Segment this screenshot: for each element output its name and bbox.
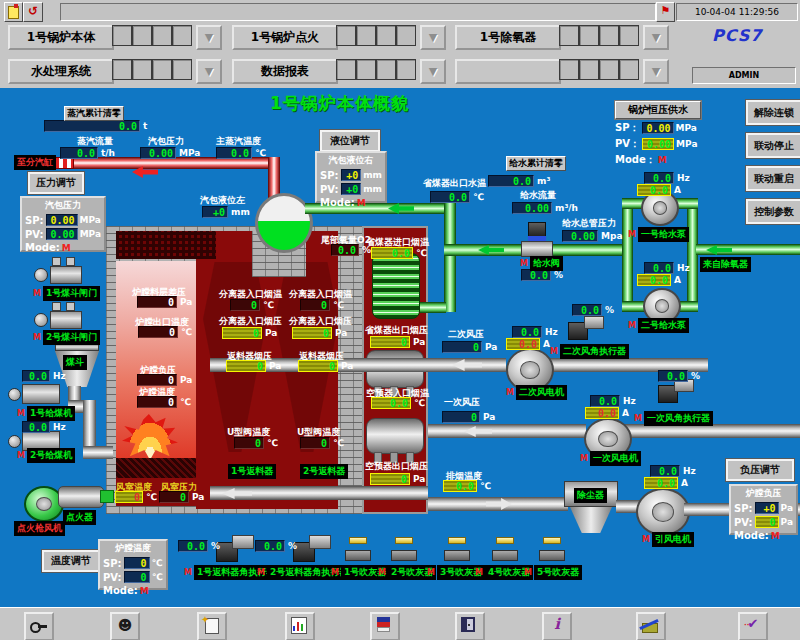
nav-arrow-5[interactable]: ▼ <box>420 59 446 84</box>
nav-arrow-2[interactable]: ▼ <box>420 25 446 50</box>
info-icon[interactable]: i <box>542 612 572 640</box>
pcs7-logo: PCS7 <box>712 26 762 45</box>
pressure-adjust-button[interactable]: 压力调节 <box>28 172 84 194</box>
value-drum-level-left-unit: mm <box>231 207 250 217</box>
steam-drum[interactable] <box>255 193 313 253</box>
level-adjust-button[interactable]: 液位调节 <box>320 130 380 152</box>
tag-id-fan-motor[interactable]: M引风电机 <box>642 532 694 547</box>
igniter-body[interactable] <box>58 486 104 508</box>
sootblower-3-icon[interactable] <box>444 550 470 561</box>
label-primary-air-pressure: 一次风压 <box>444 396 480 409</box>
sootblower-2-cap <box>395 537 413 544</box>
nav-arrow-1[interactable]: ▼ <box>196 25 222 50</box>
nav-arrow-4[interactable]: ▼ <box>196 59 222 84</box>
tag-sootblower-5[interactable]: M5号吹灰器 <box>524 565 582 580</box>
report-icon[interactable] <box>370 612 400 640</box>
sootblower-1-icon[interactable] <box>345 550 371 561</box>
value-separator-inlet-press-2-unit: Pa <box>335 328 347 338</box>
nav-arrow-6[interactable]: ▼ <box>643 59 669 84</box>
tag-secondary-fan-motor[interactable]: M二次风电机 <box>506 385 567 400</box>
value-u-valve-temp-2-box: 0 <box>300 437 330 449</box>
value-return-actuator2-pct: 0.0% <box>255 540 297 552</box>
value-windbox-pressure-unit: Pa <box>192 492 204 502</box>
nav-empty[interactable] <box>455 59 561 84</box>
sootblower-3-cap <box>448 537 466 544</box>
coal-gate-2-icon[interactable] <box>50 311 82 329</box>
alarm-cell <box>579 59 599 80</box>
redo-icon[interactable]: ↺ <box>23 2 43 22</box>
value-furnace-temp-box: 0 <box>137 396 177 408</box>
nav-boiler-ignition[interactable]: 1号锅炉点火 <box>232 25 338 50</box>
tag-coal-feeder-1[interactable]: M1号给煤机 <box>17 406 75 421</box>
feedwater-total-reset-button[interactable]: 给水累计清零 <box>506 156 566 171</box>
linked-restart-button[interactable]: 联动重启 <box>746 166 800 191</box>
furnace-temperature-key: PV: <box>103 572 122 583</box>
nav-deaerator[interactable]: 1号除氧器 <box>455 25 561 50</box>
tag-ignition-gun-fan-text: 点火枪风机 <box>14 521 65 536</box>
tag-from-deaerator[interactable]: 来自除氧器 <box>700 257 751 272</box>
tag-coal-feeder-2[interactable]: M2号给煤机 <box>17 448 75 463</box>
boiler-constant-press-feedwater-pv-digits: 0.00 <box>647 139 671 150</box>
air-preheater-2[interactable] <box>366 418 424 454</box>
tag-feedwater-valve[interactable]: M给水阀 <box>520 256 563 271</box>
tag-secondary-damper-actuator[interactable]: M二次风角执行器 <box>550 344 629 359</box>
nav-water-treatment[interactable]: 水处理系统 <box>8 59 114 84</box>
sign-icon[interactable]: ✔·· <box>738 612 768 640</box>
value-id-fan-hz-box: 0.0 <box>650 465 680 477</box>
new-report-icon[interactable]: ✦ <box>197 612 227 640</box>
value-furnace-outlet-temp-box: 0 <box>138 326 178 338</box>
value-return-actuator2-pct-box: 0.0 <box>255 540 285 552</box>
tag-ignition-gun-fan[interactable]: 点火枪风机 <box>14 521 65 536</box>
tag-igniter[interactable]: 点火器 <box>63 510 96 525</box>
vacuum-adjust-button[interactable]: 负压调节 <box>726 459 794 481</box>
value-return-actuator1-pct-unit: % <box>211 541 220 551</box>
tag-coal-hopper[interactable]: 煤斗 <box>63 355 87 370</box>
nav-boiler-body[interactable]: 1号锅炉本体 <box>8 25 114 50</box>
tag-return-feeder-1[interactable]: 1号返料器 <box>228 464 276 479</box>
linked-stop-button[interactable]: 联动停止 <box>746 133 800 158</box>
disable-icon[interactable] <box>636 612 666 640</box>
value-pump2-hz: 0.0Hz <box>644 262 690 274</box>
alarm-cell <box>152 59 172 80</box>
drum-pressure-pv-digits: 0.00 <box>51 229 75 240</box>
tag-primary-fan-motor[interactable]: M一次风电机 <box>580 451 641 466</box>
coal-gate-1-icon[interactable] <box>50 266 82 284</box>
user-icon[interactable]: ☻ <box>110 612 140 640</box>
furnace-temperature-pv-digits: 0 <box>141 572 147 583</box>
tag-return-feeder-2[interactable]: 2号返料器 <box>300 464 348 479</box>
tag-primary-damper-actuator-text: 一次风角执行器 <box>644 411 713 426</box>
value-eco-outlet-gas-press-unit: Pa <box>413 337 425 347</box>
temperature-adjust-button[interactable]: 温度调节 <box>42 550 100 572</box>
note-icon[interactable] <box>4 2 23 22</box>
control-params-button[interactable]: 控制参数 <box>746 199 800 224</box>
tag-dust-collector[interactable]: 除尘器 <box>574 488 607 503</box>
tag-feedwater-pump-1[interactable]: M一号给水泵 <box>628 227 689 242</box>
sootblower-2-icon[interactable] <box>391 550 417 561</box>
value-feedwater-valve-pct-digits: 0.0 <box>530 270 548 281</box>
exit-icon[interactable] <box>455 612 485 640</box>
id-fan-icon[interactable] <box>636 488 690 536</box>
tag-coal-gate-1[interactable]: M1号煤斗闸门 <box>33 286 100 301</box>
value-aph-outlet-gas-press-box: 0 <box>370 473 410 485</box>
value-separator-inlet-press-1: 0Pa <box>222 327 277 339</box>
gate1-motor <box>34 268 48 282</box>
sootblower-5-icon[interactable] <box>539 550 565 561</box>
value-feedwater-flow-digits: 0.00 <box>525 203 549 214</box>
label-secondary-air-pressure: 二次风压 <box>448 328 484 341</box>
feedwater-valve-body[interactable] <box>521 241 553 257</box>
sootblower-1-cap <box>349 537 367 544</box>
tag-to-steam-header[interactable]: 至分汽缸 <box>14 155 56 170</box>
key-icon[interactable] <box>24 612 54 640</box>
nav-data-report[interactable]: 数据报表 <box>232 59 338 84</box>
steam-total-reset-button[interactable]: 蒸汽累计清零 <box>64 106 124 121</box>
trend-icon[interactable] <box>285 612 315 640</box>
tag-feedwater-pump-2[interactable]: M二号给水泵 <box>628 318 689 333</box>
tag-primary-damper-actuator[interactable]: M一次风角执行器 <box>634 411 713 426</box>
nav-arrow-3[interactable]: ▼ <box>643 25 669 50</box>
coal-feeder-1-icon[interactable] <box>22 384 60 404</box>
release-interlock-button[interactable]: 解除连锁 <box>746 100 800 125</box>
tag-coal-gate-2[interactable]: M2号煤斗闸门 <box>33 330 100 345</box>
sootblower-4-icon[interactable] <box>492 550 518 561</box>
value-eco-outlet-gas-press-box: 0 <box>370 336 410 348</box>
alarm-flag-icon[interactable]: ⚑ <box>656 2 675 22</box>
